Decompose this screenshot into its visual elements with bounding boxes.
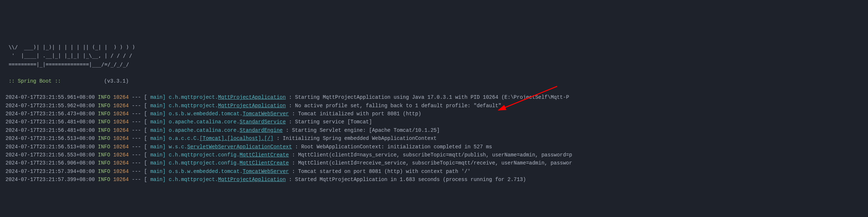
log-timestamp: 2024-07-17T23:21:56.906+08:00 — [5, 160, 95, 166]
log-level: INFO — [98, 152, 110, 158]
banner-line-3: =========|_|==============|___/=/_/_/_/ — [5, 61, 129, 67]
log-logger-prefix: o.s.b.w.embedded.tomcat. — [169, 169, 243, 174]
log-message: MqttClient(clientId=nays_service, subscr… — [298, 152, 572, 158]
log-thread: main — [147, 152, 163, 158]
spring-boot-label: :: Spring Boot :: — [5, 78, 64, 84]
log-message: Initializing Spring embedded WebApplicat… — [283, 135, 437, 141]
banner-line-2: ' |____| .__|_| |_|_| |_\__, | / / / / — [5, 53, 132, 58]
spring-boot-version: (v3.3.1) — [104, 78, 129, 84]
log-pid: 10264 — [113, 103, 129, 109]
log-message: Starting Servlet engine: [Apache Tomcat/… — [292, 127, 439, 133]
log-level: INFO — [98, 94, 110, 100]
log-logger-class: MqttProjectApplication — [218, 103, 286, 109]
log-logger-prefix: c.h.mqttproject. — [169, 94, 218, 100]
log-level: INFO — [98, 127, 110, 133]
log-pid: 10264 — [113, 169, 129, 174]
log-separator: --- [ — [129, 111, 147, 117]
log-level: INFO — [98, 169, 110, 174]
log-pid: 10264 — [113, 152, 129, 158]
log-line: 2024-07-17T23:21:55.961+08:00 INFO 10264… — [5, 93, 863, 101]
log-logger-prefix: o.apache.catalina.core. — [169, 119, 239, 125]
log-timestamp: 2024-07-17T23:21:55.961+08:00 — [5, 94, 95, 100]
log-pid: 10264 — [113, 119, 129, 125]
log-pid: 10264 — [113, 160, 129, 166]
log-separator: --- [ — [129, 127, 147, 133]
banner-line-1: \\/ ___)| |_)| | | | | || (_| | ) ) ) ) — [5, 44, 135, 50]
log-line: 2024-07-17T23:21:56.553+08:00 INFO 10264… — [5, 151, 863, 159]
log-logger-prefix: o.s.b.w.embedded.tomcat. — [169, 111, 243, 117]
log-separator: --- [ — [129, 135, 147, 141]
log-line: 2024-07-17T23:21:56.513+08:00 INFO 10264… — [5, 143, 863, 151]
spring-boot-line: :: Spring Boot :: (v3.3.1) — [5, 78, 129, 84]
log-logger-class: TomcatWebServer — [243, 169, 289, 174]
log-logger-prefix: c.h.mqttproject.config. — [169, 160, 239, 166]
log-message: Tomcat started on port 8081 (http) with … — [298, 169, 470, 174]
log-thread: main — [147, 160, 163, 166]
log-timestamp: 2024-07-17T23:21:56.513+08:00 — [5, 135, 95, 141]
log-logger-class: ServletWebServerApplicationContext — [187, 144, 292, 150]
log-logger-prefix: o.apache.catalina.core. — [169, 127, 239, 133]
log-logger-class: StandardEngine — [240, 127, 283, 133]
log-level: INFO — [98, 103, 110, 109]
log-timestamp: 2024-07-17T23:21:56.513+08:00 — [5, 144, 95, 150]
log-separator: --- [ — [129, 119, 147, 125]
log-separator: --- [ — [129, 177, 147, 182]
log-level: INFO — [98, 119, 110, 125]
log-logger-class: MqttProjectApplication — [218, 94, 286, 100]
log-level: INFO — [98, 111, 110, 117]
log-message: MqttClient(clientId=receive_service, sub… — [298, 160, 572, 166]
log-line: 2024-07-17T23:21:55.962+08:00 INFO 10264… — [5, 102, 863, 110]
log-line: 2024-07-17T23:21:56.513+08:00 INFO 10264… — [5, 134, 863, 142]
log-message: Starting service [Tomcat] — [295, 119, 372, 125]
log-timestamp: 2024-07-17T23:21:56.481+08:00 — [5, 127, 95, 133]
log-separator: --- [ — [129, 144, 147, 150]
log-thread: main — [147, 144, 163, 150]
log-thread: main — [147, 177, 163, 182]
log-level: INFO — [98, 160, 110, 166]
log-logger-class: StandardService — [240, 119, 286, 125]
log-separator: --- [ — [129, 94, 147, 100]
log-message: Starting MqttProjectApplication using Ja… — [295, 94, 569, 100]
log-timestamp: 2024-07-17T23:21:56.473+08:00 — [5, 111, 95, 117]
log-thread: main — [147, 135, 163, 141]
log-logger-class: MqttProjectApplication — [218, 177, 286, 182]
log-timestamp: 2024-07-17T23:21:55.962+08:00 — [5, 103, 95, 109]
log-line: 2024-07-17T23:21:56.481+08:00 INFO 10264… — [5, 126, 863, 134]
log-line: 2024-07-17T23:21:56.473+08:00 INFO 10264… — [5, 110, 863, 118]
log-pid: 10264 — [113, 111, 129, 117]
log-level: INFO — [98, 177, 110, 182]
log-timestamp: 2024-07-17T23:21:57.399+08:00 — [5, 177, 95, 182]
log-logger-prefix: c.h.mqttproject. — [169, 177, 218, 182]
log-message: No active profile set, falling back to 1… — [295, 103, 501, 109]
log-message: Started MqttProjectApplication in 1.683 … — [295, 177, 526, 182]
log-timestamp: 2024-07-17T23:21:56.553+08:00 — [5, 152, 95, 158]
log-thread: main — [147, 103, 163, 109]
log-logger-prefix: c.h.mqttproject.config. — [169, 152, 239, 158]
log-line: 2024-07-17T23:21:57.399+08:00 INFO 10264… — [5, 176, 863, 184]
log-logger-class: MqttClientCreate — [240, 152, 289, 158]
log-logger-prefix: w.s.c. — [169, 144, 187, 150]
log-thread: main — [147, 169, 163, 174]
log-thread: main — [147, 94, 163, 100]
log-timestamp: 2024-07-17T23:21:56.481+08:00 — [5, 119, 95, 125]
log-logger-class: MqttClientCreate — [240, 160, 289, 166]
log-thread: main — [147, 127, 163, 133]
log-thread: main — [147, 111, 163, 117]
log-line: 2024-07-17T23:21:56.906+08:00 INFO 10264… — [5, 159, 863, 167]
log-separator: --- [ — [129, 160, 147, 166]
log-line: 2024-07-17T23:21:57.394+08:00 INFO 10264… — [5, 167, 863, 176]
log-pid: 10264 — [113, 177, 129, 182]
log-lines-container: 2024-07-17T23:21:55.961+08:00 INFO 10264… — [5, 93, 863, 184]
log-level: INFO — [98, 135, 110, 141]
log-message: Root WebApplicationContext: initializati… — [301, 144, 492, 150]
log-logger-class: TomcatWebServer — [243, 111, 289, 117]
log-line: 2024-07-17T23:21:56.481+08:00 INFO 10264… — [5, 118, 863, 126]
log-separator: --- [ — [129, 103, 147, 109]
log-pid: 10264 — [113, 135, 129, 141]
log-level: INFO — [98, 144, 110, 150]
log-separator: --- [ — [129, 169, 147, 174]
log-pid: 10264 — [113, 127, 129, 133]
log-timestamp: 2024-07-17T23:21:57.394+08:00 — [5, 169, 95, 174]
log-message: Tomcat initialized with port 8081 (http) — [298, 111, 421, 117]
log-logger-class: [Tomcat].[localhost].[/] — [199, 135, 273, 141]
